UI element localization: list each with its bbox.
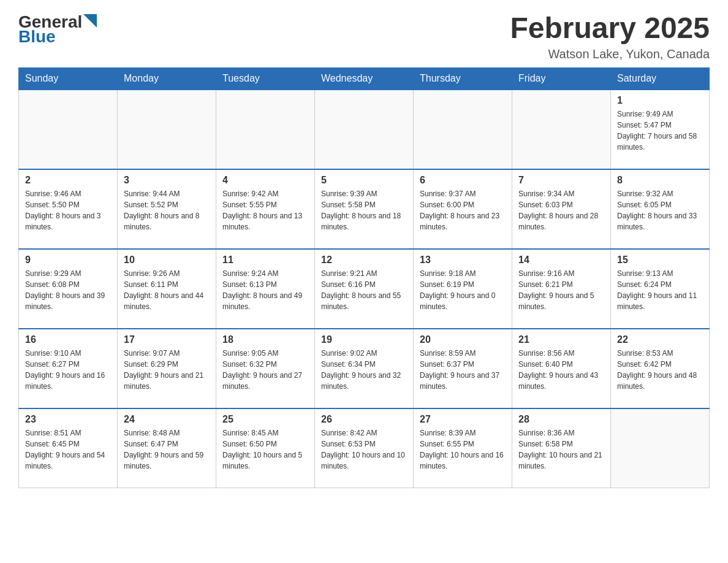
day-number: 6 <box>420 175 506 186</box>
day-number: 1 <box>617 95 703 106</box>
day-info: Sunrise: 9:34 AM Sunset: 6:03 PM Dayligh… <box>518 188 604 232</box>
day-of-week-header: Wednesday <box>315 67 414 90</box>
day-number: 18 <box>222 334 308 345</box>
calendar-day-cell <box>512 90 611 169</box>
logo: General Blue <box>18 12 97 47</box>
month-title: February 2025 <box>510 12 710 45</box>
day-number: 2 <box>25 175 111 186</box>
calendar-day-cell: 3Sunrise: 9:44 AM Sunset: 5:52 PM Daylig… <box>118 169 216 249</box>
logo-arrow-icon <box>83 14 97 28</box>
day-info: Sunrise: 9:24 AM Sunset: 6:13 PM Dayligh… <box>222 268 308 312</box>
day-of-week-header: Friday <box>512 67 611 90</box>
day-info: Sunrise: 8:53 AM Sunset: 6:42 PM Dayligh… <box>617 348 703 392</box>
calendar-day-cell: 7Sunrise: 9:34 AM Sunset: 6:03 PM Daylig… <box>512 169 611 249</box>
calendar-day-cell: 24Sunrise: 8:48 AM Sunset: 6:47 PM Dayli… <box>118 408 216 488</box>
day-of-week-header: Thursday <box>414 67 512 90</box>
calendar-day-cell: 26Sunrise: 8:42 AM Sunset: 6:53 PM Dayli… <box>315 408 414 488</box>
day-info: Sunrise: 9:21 AM Sunset: 6:16 PM Dayligh… <box>321 268 407 312</box>
day-number: 24 <box>124 414 210 425</box>
day-info: Sunrise: 9:32 AM Sunset: 6:05 PM Dayligh… <box>617 188 703 232</box>
calendar-day-cell: 16Sunrise: 9:10 AM Sunset: 6:27 PM Dayli… <box>19 329 118 408</box>
day-info: Sunrise: 9:18 AM Sunset: 6:19 PM Dayligh… <box>420 268 506 312</box>
calendar-week-row: 1Sunrise: 9:49 AM Sunset: 5:47 PM Daylig… <box>19 90 710 169</box>
day-number: 25 <box>222 414 308 425</box>
day-of-week-header: Saturday <box>611 67 710 90</box>
day-number: 5 <box>321 175 407 186</box>
calendar-day-cell <box>19 90 118 169</box>
calendar-day-cell: 10Sunrise: 9:26 AM Sunset: 6:11 PM Dayli… <box>118 249 216 329</box>
day-number: 22 <box>617 334 703 345</box>
calendar-day-cell <box>118 90 216 169</box>
day-number: 13 <box>420 255 506 266</box>
calendar-day-cell <box>315 90 414 169</box>
day-of-week-header: Tuesday <box>216 67 315 90</box>
calendar-header-row: SundayMondayTuesdayWednesdayThursdayFrid… <box>19 67 710 90</box>
calendar-day-cell: 15Sunrise: 9:13 AM Sunset: 6:24 PM Dayli… <box>611 249 710 329</box>
calendar-day-cell: 17Sunrise: 9:07 AM Sunset: 6:29 PM Dayli… <box>118 329 216 408</box>
day-of-week-header: Sunday <box>19 67 118 90</box>
title-block: February 2025 Watson Lake, Yukon, Canada <box>510 12 710 61</box>
day-info: Sunrise: 9:02 AM Sunset: 6:34 PM Dayligh… <box>321 348 407 392</box>
day-info: Sunrise: 9:13 AM Sunset: 6:24 PM Dayligh… <box>617 268 703 312</box>
calendar-day-cell: 19Sunrise: 9:02 AM Sunset: 6:34 PM Dayli… <box>315 329 414 408</box>
calendar-day-cell: 27Sunrise: 8:39 AM Sunset: 6:55 PM Dayli… <box>414 408 512 488</box>
day-info: Sunrise: 8:48 AM Sunset: 6:47 PM Dayligh… <box>124 427 210 472</box>
page-header: General Blue February 2025 Watson Lake, … <box>18 12 710 61</box>
day-of-week-header: Monday <box>118 67 216 90</box>
day-number: 15 <box>617 255 703 266</box>
day-info: Sunrise: 8:51 AM Sunset: 6:45 PM Dayligh… <box>25 427 111 472</box>
day-info: Sunrise: 9:39 AM Sunset: 5:58 PM Dayligh… <box>321 188 407 232</box>
day-info: Sunrise: 8:45 AM Sunset: 6:50 PM Dayligh… <box>222 427 308 472</box>
day-number: 11 <box>222 255 308 266</box>
day-number: 12 <box>321 255 407 266</box>
day-info: Sunrise: 9:26 AM Sunset: 6:11 PM Dayligh… <box>124 268 210 312</box>
calendar-day-cell: 12Sunrise: 9:21 AM Sunset: 6:16 PM Dayli… <box>315 249 414 329</box>
calendar-day-cell <box>216 90 315 169</box>
logo-blue-text: Blue <box>18 27 56 47</box>
calendar-day-cell <box>414 90 512 169</box>
calendar-day-cell: 18Sunrise: 9:05 AM Sunset: 6:32 PM Dayli… <box>216 329 315 408</box>
day-info: Sunrise: 8:36 AM Sunset: 6:58 PM Dayligh… <box>518 427 604 472</box>
calendar-day-cell: 23Sunrise: 8:51 AM Sunset: 6:45 PM Dayli… <box>19 408 118 488</box>
day-info: Sunrise: 9:44 AM Sunset: 5:52 PM Dayligh… <box>124 188 210 232</box>
day-info: Sunrise: 9:10 AM Sunset: 6:27 PM Dayligh… <box>25 348 111 392</box>
calendar-day-cell: 28Sunrise: 8:36 AM Sunset: 6:58 PM Dayli… <box>512 408 611 488</box>
calendar-day-cell: 5Sunrise: 9:39 AM Sunset: 5:58 PM Daylig… <box>315 169 414 249</box>
day-info: Sunrise: 8:59 AM Sunset: 6:37 PM Dayligh… <box>420 348 506 392</box>
day-number: 27 <box>420 414 506 425</box>
day-number: 14 <box>518 255 604 266</box>
day-info: Sunrise: 9:07 AM Sunset: 6:29 PM Dayligh… <box>124 348 210 392</box>
day-info: Sunrise: 9:37 AM Sunset: 6:00 PM Dayligh… <box>420 188 506 232</box>
day-number: 4 <box>222 175 308 186</box>
day-number: 17 <box>124 334 210 345</box>
day-number: 9 <box>25 255 111 266</box>
day-info: Sunrise: 8:39 AM Sunset: 6:55 PM Dayligh… <box>420 427 506 472</box>
day-info: Sunrise: 9:29 AM Sunset: 6:08 PM Dayligh… <box>25 268 111 312</box>
calendar-week-row: 23Sunrise: 8:51 AM Sunset: 6:45 PM Dayli… <box>19 408 710 488</box>
day-info: Sunrise: 9:05 AM Sunset: 6:32 PM Dayligh… <box>222 348 308 392</box>
calendar-day-cell: 21Sunrise: 8:56 AM Sunset: 6:40 PM Dayli… <box>512 329 611 408</box>
calendar-week-row: 9Sunrise: 9:29 AM Sunset: 6:08 PM Daylig… <box>19 249 710 329</box>
day-number: 20 <box>420 334 506 345</box>
calendar-day-cell: 2Sunrise: 9:46 AM Sunset: 5:50 PM Daylig… <box>19 169 118 249</box>
day-number: 3 <box>124 175 210 186</box>
calendar-day-cell: 14Sunrise: 9:16 AM Sunset: 6:21 PM Dayli… <box>512 249 611 329</box>
day-number: 8 <box>617 175 703 186</box>
day-info: Sunrise: 9:46 AM Sunset: 5:50 PM Dayligh… <box>25 188 111 232</box>
calendar-table: SundayMondayTuesdayWednesdayThursdayFrid… <box>18 67 710 489</box>
day-number: 7 <box>518 175 604 186</box>
day-info: Sunrise: 9:42 AM Sunset: 5:55 PM Dayligh… <box>222 188 308 232</box>
day-number: 16 <box>25 334 111 345</box>
day-number: 10 <box>124 255 210 266</box>
day-info: Sunrise: 9:16 AM Sunset: 6:21 PM Dayligh… <box>518 268 604 312</box>
calendar-day-cell: 11Sunrise: 9:24 AM Sunset: 6:13 PM Dayli… <box>216 249 315 329</box>
day-number: 19 <box>321 334 407 345</box>
day-info: Sunrise: 8:56 AM Sunset: 6:40 PM Dayligh… <box>518 348 604 392</box>
calendar-day-cell: 9Sunrise: 9:29 AM Sunset: 6:08 PM Daylig… <box>19 249 118 329</box>
calendar-day-cell: 4Sunrise: 9:42 AM Sunset: 5:55 PM Daylig… <box>216 169 315 249</box>
day-number: 23 <box>25 414 111 425</box>
calendar-day-cell: 13Sunrise: 9:18 AM Sunset: 6:19 PM Dayli… <box>414 249 512 329</box>
day-number: 21 <box>518 334 604 345</box>
day-number: 28 <box>518 414 604 425</box>
calendar-day-cell: 25Sunrise: 8:45 AM Sunset: 6:50 PM Dayli… <box>216 408 315 488</box>
